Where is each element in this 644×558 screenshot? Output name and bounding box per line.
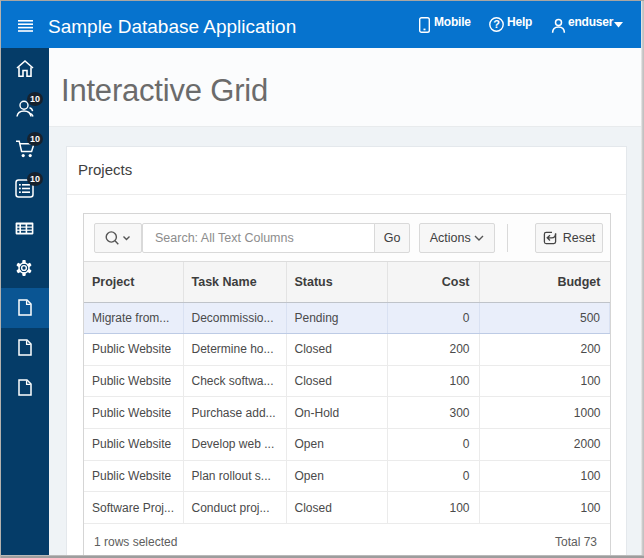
svg-text:?: ? xyxy=(493,18,500,30)
